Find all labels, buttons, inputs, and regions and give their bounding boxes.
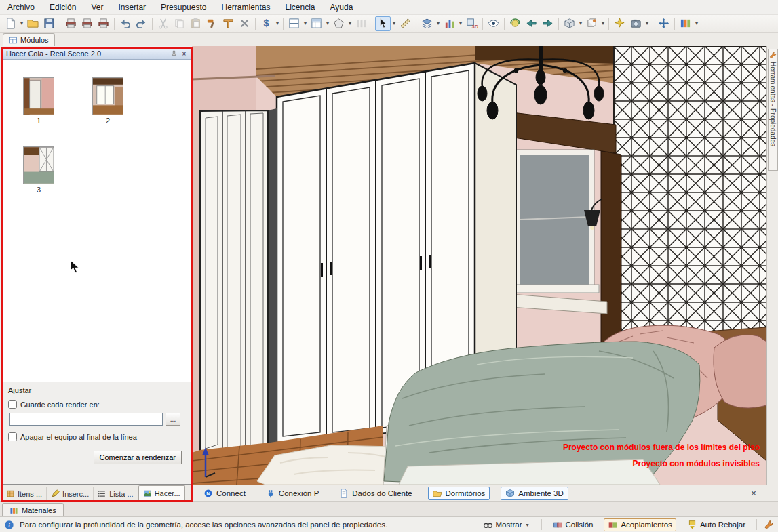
move-icon[interactable] [656,16,672,31]
start-render-button[interactable]: Comenzar a renderizar [94,451,182,464]
pink-pillow-right[interactable] [714,335,766,408]
budget-dropdown-icon[interactable] [275,16,280,31]
binoculars-icon [483,520,493,530]
thumbnail-image-2[interactable] [92,77,123,115]
tab-connect[interactable]: Connect [199,487,250,500]
view-cube-icon[interactable] [562,16,577,31]
orbit-icon[interactable] [507,16,523,31]
tab-hacer-cola-label: Hacer... [155,489,180,497]
thumbnail-image-3[interactable] [23,146,54,184]
viewport-layout-dropdown-icon[interactable] [303,16,308,31]
shutdown-checkbox[interactable] [8,432,17,441]
panel-close-button[interactable]: × [179,49,189,58]
view-cube-dropdown-icon[interactable] [578,16,583,31]
status-message: Para configurar la profundidad de la geo… [20,520,387,529]
menu-presupuesto[interactable]: Presupuesto [153,1,214,14]
print-settings-icon[interactable] [96,16,111,31]
visibility-icon[interactable] [486,16,501,31]
undo-icon[interactable] [117,16,133,31]
menu-ayuda[interactable]: Ayuda [323,1,361,14]
browse-button[interactable]: ... [166,413,180,426]
window[interactable] [512,150,599,293]
print-queue-icon[interactable] [79,16,95,31]
tab-herramientas-propiedades[interactable]: Herramientas - Propiedades [768,49,778,171]
navigate-forward-icon[interactable] [540,16,556,31]
render-camera-icon[interactable] [628,16,644,31]
auto-rebajar-toggle[interactable]: Auto Rebajar [683,518,750,531]
room-door[interactable] [200,108,277,455]
tab-insercion[interactable]: Inserc... [47,487,94,501]
draw-shape-icon[interactable] [331,16,347,31]
draw-shape-dropdown-icon[interactable] [347,16,353,31]
render-camera-dropdown-icon[interactable] [644,16,650,31]
panel-layout-dropdown-icon[interactable] [325,16,330,31]
layers-icon[interactable] [419,16,435,31]
render-thumbnail-2[interactable]: 2 [92,77,123,125]
status-wrench-icon[interactable] [764,520,774,530]
tab-conexion-p[interactable]: Conexión P [261,487,324,500]
tab-itens[interactable]: Itens ... [2,487,47,501]
viewport-3d[interactable]: Proyecto con módulos fuera de los límite… [192,46,766,485]
modules-grid-icon [9,36,18,45]
new-document-icon[interactable] [3,16,18,31]
mostrar-dropdown-icon[interactable] [525,517,530,532]
3d-scene[interactable] [192,46,766,485]
colision-toggle[interactable]: Colisión [549,518,598,531]
new-dropdown-icon[interactable] [19,16,24,31]
render-thumbnail-3[interactable]: 3 [23,146,54,194]
tab-dormitorios[interactable]: Dormitórios [428,487,490,500]
menu-ver[interactable]: Ver [83,1,111,14]
save-render-checkbox[interactable] [8,400,17,409]
open-folder-icon[interactable] [25,16,41,31]
select-cursor-icon[interactable] [375,16,391,31]
tab-materiales[interactable]: Materiales [2,503,64,517]
render-thumbnail-1[interactable]: 1 [23,77,54,125]
tab-modulos[interactable]: Módulos [3,33,55,46]
save-icon[interactable] [41,16,57,31]
right-tab-label: Herramientas - Propiedades [769,62,777,146]
tab-conexion-p-label: Conexión P [279,489,319,497]
tab-ambiente-3d[interactable]: Ambiente 3D [501,487,568,500]
measure-icon[interactable] [397,16,413,31]
render-columns-dropdown-icon[interactable] [458,16,463,31]
redo-icon[interactable] [134,16,149,31]
menu-herramientas[interactable]: Herramientas [214,1,277,14]
tab-hacer-cola[interactable]: Hacer... [138,485,185,501]
menu-insertar[interactable]: Insertar [111,1,153,14]
layers-dropdown-icon[interactable] [435,16,441,31]
materials-columns-dropdown-icon[interactable] [694,16,699,31]
lighting-icon[interactable] [612,16,627,31]
render-columns-icon[interactable] [442,16,457,31]
menu-licencia[interactable]: Licencia [278,1,323,14]
tools-icon[interactable] [204,16,220,31]
mostrar-label: Mostrar [496,520,522,529]
cut-icon[interactable] [155,16,171,31]
panel-title-bar[interactable]: Hacer Cola - Real Scene 2.0 × [3,48,191,60]
paste-icon[interactable] [188,16,203,31]
menu-archivo[interactable]: Archivo [0,1,42,14]
navigate-back-icon[interactable] [524,16,539,31]
view-3d-icon[interactable] [464,16,480,31]
menu-edicion[interactable]: Edición [42,1,83,14]
select-cursor-dropdown-icon[interactable] [391,16,397,31]
module-box-dropdown-icon[interactable] [600,16,606,31]
materials-columns-icon[interactable] [678,16,693,31]
viewport-layout-icon[interactable] [286,16,302,31]
thumbnail-image-1[interactable] [23,77,54,115]
tab-dados-do-cliente[interactable]: Dados do Cliente [334,487,416,500]
module-box-icon[interactable] [584,16,600,31]
decorative-screen[interactable] [614,46,766,363]
mostrar-toggle[interactable]: Mostrar [479,516,534,532]
budget-icon[interactable] [258,16,274,31]
pin-icon[interactable] [169,49,179,58]
acoplamientos-toggle[interactable]: Acoplamientos [604,518,676,531]
delete-icon[interactable] [237,16,252,31]
tab-strip-close-button[interactable]: × [748,488,759,498]
print-icon[interactable] [63,16,79,31]
copy-icon[interactable] [172,16,187,31]
panel-layout-icon[interactable] [309,16,324,31]
tab-lista[interactable]: Lista ... [94,487,138,501]
columns-icon[interactable] [353,16,369,31]
save-path-input[interactable] [9,413,163,426]
t-square-icon[interactable] [220,16,236,31]
